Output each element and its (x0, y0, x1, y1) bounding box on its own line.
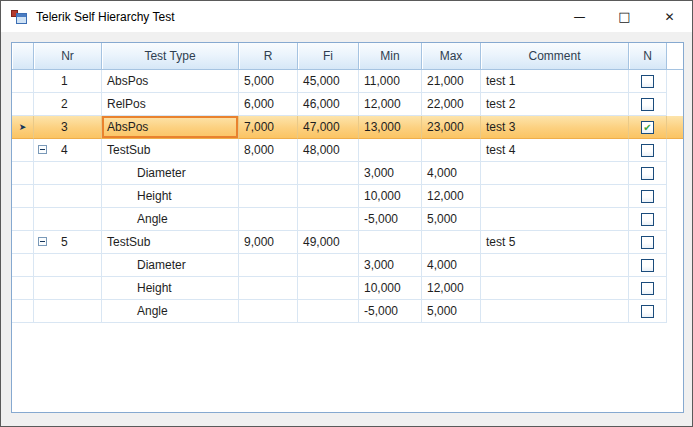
header-cell-comment[interactable]: Comment (481, 43, 629, 69)
cell-r[interactable] (239, 300, 298, 323)
cell-nr[interactable] (34, 185, 102, 208)
cell-r[interactable] (239, 277, 298, 300)
header-cell-fi[interactable]: Fi (298, 43, 359, 69)
cell-max[interactable]: 4,000 (422, 162, 481, 185)
cell-comment[interactable]: test 2 (481, 93, 629, 116)
cell-min[interactable] (359, 139, 422, 162)
cell-comment[interactable]: test 3 (481, 116, 629, 139)
cell-comment[interactable] (481, 277, 629, 300)
cell-comment[interactable] (481, 162, 629, 185)
header-cell-test-type[interactable]: Test Type (102, 43, 239, 69)
cell-row-indicator[interactable] (12, 231, 34, 254)
cell-row-indicator[interactable] (12, 93, 34, 116)
checkbox-unchecked[interactable] (641, 167, 654, 180)
cell-nr[interactable] (34, 277, 102, 300)
checkbox-unchecked[interactable] (641, 213, 654, 226)
collapse-icon[interactable] (38, 145, 47, 154)
header-cell-n[interactable]: N (629, 43, 667, 69)
cell-row-indicator[interactable] (12, 162, 34, 185)
cell-max[interactable]: 22,000 (422, 93, 481, 116)
cell-fi[interactable] (298, 277, 359, 300)
checkbox-unchecked[interactable] (641, 305, 654, 318)
checkbox-unchecked[interactable] (641, 144, 654, 157)
cell-test-type[interactable]: TestSub (102, 231, 239, 254)
cell-r[interactable] (239, 208, 298, 231)
close-button[interactable]: ✕ (647, 1, 692, 32)
cell-fi[interactable] (298, 300, 359, 323)
cell-min[interactable]: 10,000 (359, 185, 422, 208)
cell-nr[interactable] (34, 208, 102, 231)
cell-fi[interactable]: 45,000 (298, 70, 359, 93)
cell-test-type[interactable]: Diameter (102, 162, 239, 185)
cell-row-indicator[interactable] (12, 185, 34, 208)
cell-r[interactable] (239, 162, 298, 185)
cell-n[interactable] (629, 139, 667, 162)
checkbox-unchecked[interactable] (641, 75, 654, 88)
cell-max[interactable]: 21,000 (422, 70, 481, 93)
cell-fi[interactable] (298, 162, 359, 185)
cell-r[interactable]: 6,000 (239, 93, 298, 116)
cell-comment[interactable]: test 1 (481, 70, 629, 93)
cell-nr[interactable]: 4 (34, 139, 102, 162)
header-cell-min[interactable]: Min (359, 43, 422, 69)
cell-fi[interactable]: 46,000 (298, 93, 359, 116)
cell-n[interactable] (629, 208, 667, 231)
cell-comment[interactable] (481, 185, 629, 208)
collapse-icon[interactable] (38, 237, 47, 246)
cell-r[interactable]: 8,000 (239, 139, 298, 162)
cell-r[interactable] (239, 254, 298, 277)
cell-comment[interactable]: test 5 (481, 231, 629, 254)
cell-test-type[interactable]: Height (102, 185, 239, 208)
cell-min[interactable]: 13,000 (359, 116, 422, 139)
cell-min[interactable]: -5,000 (359, 208, 422, 231)
cell-row-indicator[interactable] (12, 139, 34, 162)
checkbox-unchecked[interactable] (641, 259, 654, 272)
cell-nr[interactable]: 1 (34, 70, 102, 93)
header-cell-max[interactable]: Max (422, 43, 481, 69)
cell-max[interactable]: 12,000 (422, 277, 481, 300)
cell-fi[interactable]: 47,000 (298, 116, 359, 139)
cell-r[interactable] (239, 185, 298, 208)
cell-r[interactable]: 7,000 (239, 116, 298, 139)
cell-max[interactable]: 5,000 (422, 208, 481, 231)
checkbox-unchecked[interactable] (641, 190, 654, 203)
cell-fi[interactable] (298, 185, 359, 208)
cell-n[interactable] (629, 300, 667, 323)
checkbox-unchecked[interactable] (641, 282, 654, 295)
cell-r[interactable]: 9,000 (239, 231, 298, 254)
cell-test-type[interactable]: Angle (102, 300, 239, 323)
cell-test-type[interactable]: TestSub (102, 139, 239, 162)
cell-row-indicator[interactable] (12, 277, 34, 300)
header-cell-nr[interactable]: Nr (34, 43, 102, 69)
cell-test-type[interactable]: RelPos (102, 93, 239, 116)
cell-min[interactable] (359, 231, 422, 254)
cell-max[interactable] (422, 231, 481, 254)
cell-test-type[interactable]: Diameter (102, 254, 239, 277)
cell-fi[interactable]: 48,000 (298, 139, 359, 162)
cell-nr[interactable] (34, 162, 102, 185)
cell-min[interactable]: -5,000 (359, 300, 422, 323)
cell-row-indicator[interactable] (12, 208, 34, 231)
checkbox-unchecked[interactable] (641, 236, 654, 249)
cell-max[interactable]: 23,000 (422, 116, 481, 139)
minimize-button[interactable]: — (557, 1, 602, 32)
header-cell-r[interactable]: R (239, 43, 298, 69)
cell-max[interactable]: 5,000 (422, 300, 481, 323)
cell-fi[interactable] (298, 254, 359, 277)
cell-fi[interactable]: 49,000 (298, 231, 359, 254)
cell-nr[interactable] (34, 254, 102, 277)
cell-test-type[interactable]: Angle (102, 208, 239, 231)
cell-min[interactable]: 10,000 (359, 277, 422, 300)
cell-comment[interactable] (481, 208, 629, 231)
cell-nr[interactable]: 3 (34, 116, 102, 139)
cell-row-indicator[interactable]: ➤ (12, 116, 34, 139)
checkbox-unchecked[interactable] (641, 98, 654, 111)
cell-n[interactable] (629, 70, 667, 93)
cell-n[interactable]: ✔ (629, 116, 667, 139)
cell-nr[interactable]: 2 (34, 93, 102, 116)
cell-min[interactable]: 11,000 (359, 70, 422, 93)
cell-n[interactable] (629, 162, 667, 185)
cell-max[interactable] (422, 139, 481, 162)
cell-min[interactable]: 3,000 (359, 254, 422, 277)
cell-comment[interactable]: test 4 (481, 139, 629, 162)
